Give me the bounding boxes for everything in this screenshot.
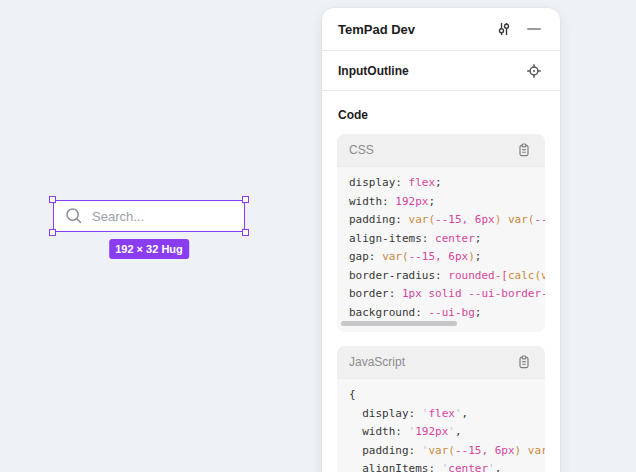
clipboard-copy-icon bbox=[517, 143, 531, 157]
code-line: width: '192px', bbox=[349, 423, 545, 442]
js-code-block: JavaScript { display: 'flex', width: '19… bbox=[337, 346, 545, 472]
code-line: border: 1px solid --ui-border- bbox=[349, 285, 545, 304]
magnifier-icon bbox=[65, 207, 83, 225]
js-block-label: JavaScript bbox=[349, 355, 514, 369]
js-code[interactable]: { display: 'flex', width: '192px', paddi… bbox=[337, 379, 545, 472]
selection-handle-bottom-left[interactable] bbox=[49, 229, 56, 236]
minimize-button[interactable] bbox=[524, 19, 544, 39]
code-line: width: 192px; bbox=[349, 193, 545, 212]
code-line: gap: var(--15, 6px); bbox=[349, 248, 545, 267]
tempad-dev-panel: TemPad Dev InputOutline bbox=[322, 8, 560, 472]
locate-target-icon bbox=[526, 63, 542, 79]
locate-node-button[interactable] bbox=[524, 61, 544, 81]
css-code-block: CSS display: flex;width: 192px;padding: … bbox=[337, 134, 545, 332]
figma-canvas: 192 × 32 Hug TemPad Dev InputOutline bbox=[0, 0, 636, 472]
search-input[interactable] bbox=[92, 209, 236, 224]
selection-handle-top-right[interactable] bbox=[242, 196, 249, 203]
css-block-label: CSS bbox=[349, 143, 514, 157]
code-line: padding: var(--15, 6px) var(-- bbox=[349, 211, 545, 230]
panel-header: TemPad Dev bbox=[322, 8, 560, 50]
css-code[interactable]: display: flex;width: 192px;padding: var(… bbox=[337, 167, 545, 332]
size-badge: 192 × 32 Hug bbox=[109, 239, 189, 259]
selected-component-row: InputOutline bbox=[322, 51, 560, 90]
code-line: padding: 'var(--15, 6px) var bbox=[349, 442, 545, 461]
selection-handle-bottom-right[interactable] bbox=[242, 229, 249, 236]
code-line: display: 'flex', bbox=[349, 405, 545, 424]
css-horizontal-scrollbar[interactable] bbox=[341, 321, 457, 326]
sliders-settings-button[interactable] bbox=[494, 19, 514, 39]
code-line: border-radius: rounded-[calc(var bbox=[349, 267, 545, 286]
clipboard-copy-icon bbox=[517, 355, 531, 369]
copy-css-button[interactable] bbox=[514, 140, 534, 160]
selection-handle-top-left[interactable] bbox=[49, 196, 56, 203]
css-block-header: CSS bbox=[337, 134, 545, 167]
code-line: alignItems: 'center', bbox=[349, 460, 545, 472]
search-input-component[interactable] bbox=[53, 200, 245, 232]
code-line: display: flex; bbox=[349, 174, 545, 193]
component-name: InputOutline bbox=[338, 64, 524, 78]
code-section-title: Code bbox=[322, 91, 560, 134]
copy-js-button[interactable] bbox=[514, 352, 534, 372]
code-line: { bbox=[349, 386, 545, 405]
code-line: background: --ui-bg; bbox=[349, 304, 545, 323]
minimize-icon bbox=[526, 21, 542, 37]
selected-element: 192 × 32 Hug bbox=[53, 200, 245, 232]
panel-title: TemPad Dev bbox=[338, 22, 494, 37]
code-line: align-items: center; bbox=[349, 230, 545, 249]
sliders-icon bbox=[496, 21, 512, 37]
js-block-header: JavaScript bbox=[337, 346, 545, 379]
